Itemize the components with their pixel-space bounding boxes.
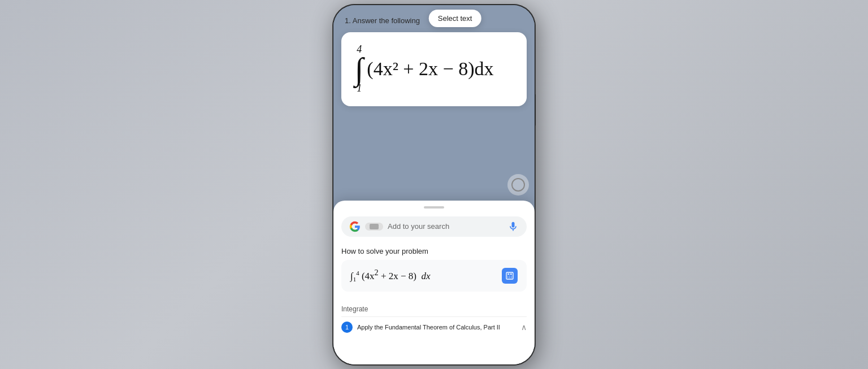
solve-title: How to solve your problem xyxy=(341,247,527,255)
svg-rect-3 xyxy=(507,276,508,276)
svg-rect-4 xyxy=(509,276,510,276)
question-text: 1. Answer the following xyxy=(345,16,420,25)
float-circle-inner xyxy=(511,178,525,192)
scene: Select text 1. Answer the following 4 ∫ … xyxy=(0,0,868,369)
svg-rect-6 xyxy=(507,277,508,277)
integral-symbol: ∫ xyxy=(355,53,363,85)
integrate-label: Integrate xyxy=(341,305,527,313)
math-card: 4 ∫ 1 (4x² + 2x − 8)dx xyxy=(341,32,527,106)
search-chip[interactable] xyxy=(365,223,383,231)
svg-rect-8 xyxy=(511,277,512,277)
svg-rect-7 xyxy=(509,277,510,277)
calculator-icon xyxy=(502,268,518,284)
math-result-card[interactable]: ∫14 (4x2 + 2x − 8) dx xyxy=(341,260,527,292)
step-number-1: 1 xyxy=(341,322,353,333)
svg-rect-5 xyxy=(511,276,512,276)
math-formula: 4 ∫ 1 (4x² + 2x − 8)dx xyxy=(355,44,513,95)
phone-screen: Select text 1. Answer the following 4 ∫ … xyxy=(333,5,535,364)
integral-container: 4 ∫ 1 xyxy=(355,44,363,95)
result-formula: ∫14 (4x2 + 2x − 8) dx xyxy=(350,268,431,283)
search-placeholder: Add to your search xyxy=(388,222,503,231)
phone-device: Select text 1. Answer the following 4 ∫ … xyxy=(332,4,536,366)
svg-rect-2 xyxy=(510,274,512,275)
bottom-sheet: Add to your search How to solve your pro… xyxy=(333,201,535,364)
svg-rect-1 xyxy=(507,274,509,275)
integrate-section: Integrate 1 Apply the Fundamental Theore… xyxy=(333,303,535,337)
screen-content: Select text 1. Answer the following 4 ∫ … xyxy=(333,5,535,364)
float-circle-button[interactable] xyxy=(507,174,529,196)
step-row-1[interactable]: 1 Apply the Fundamental Theorem of Calcu… xyxy=(341,316,527,337)
tooltip-label: Select text xyxy=(438,14,472,23)
formula-body: (4x² + 2x − 8)dx xyxy=(367,58,493,81)
solve-section: How to solve your problem ∫14 (4x2 + 2x … xyxy=(333,245,535,303)
google-logo-icon xyxy=(349,221,361,232)
sheet-handle xyxy=(424,206,444,209)
step-text-1: Apply the Fundamental Theorem of Calculu… xyxy=(357,324,517,331)
phone-side-button xyxy=(535,94,536,125)
integral-lower: 1 xyxy=(357,83,362,95)
bottom-fade xyxy=(333,348,535,364)
select-text-tooltip[interactable]: Select text xyxy=(429,10,481,27)
search-bar[interactable]: Add to your search xyxy=(341,216,527,237)
microphone-icon[interactable] xyxy=(507,221,519,232)
chevron-up-icon: ∧ xyxy=(521,323,527,332)
chip-formula-icon xyxy=(370,224,379,229)
